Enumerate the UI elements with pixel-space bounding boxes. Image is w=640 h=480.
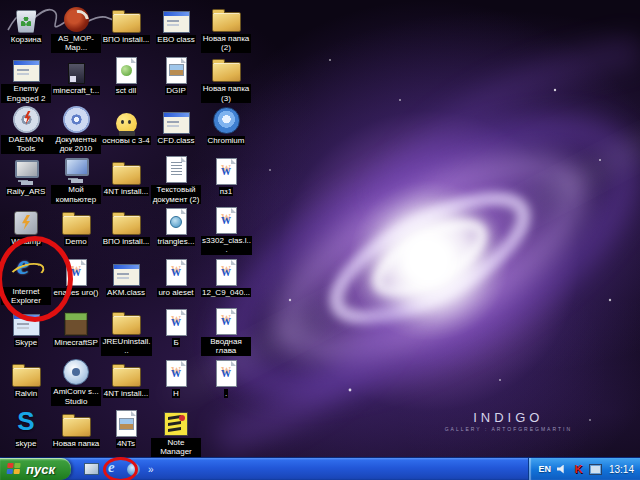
internet-explorer-quicklaunch-button[interactable]	[104, 461, 121, 478]
word-document-icon	[166, 259, 187, 286]
language-indicator[interactable]: EN	[538, 464, 551, 474]
desktop-icon[interactable]: s3302_clas.l...	[201, 204, 251, 255]
desktop-icon-label: Ralvin	[14, 389, 38, 398]
quicklaunch-overflow-chevron[interactable]: »	[148, 464, 154, 475]
desktop-icon[interactable]: ВПО install...	[101, 204, 151, 255]
desktop-icon-skype[interactable]: Skype	[1, 305, 51, 356]
windows-logo-icon	[5, 462, 23, 477]
desktop-icon[interactable]: Enemy Engaged 2	[1, 53, 51, 104]
app-window-icon	[163, 11, 190, 33]
antivirus-tray-button[interactable]: K	[572, 463, 585, 476]
word-document-icon	[216, 360, 237, 387]
app-window-icon	[113, 264, 140, 286]
desktop-icon[interactable]: AmiConv s... Studio	[51, 356, 101, 407]
desktop-icon-label: ВПО install...	[102, 237, 151, 246]
task-area	[160, 458, 529, 480]
desktop-icon-label: sct dll	[115, 86, 137, 95]
desktop-icon[interactable]: 4NTs	[101, 406, 151, 457]
image-document-icon	[166, 57, 187, 84]
desktop-icon[interactable]: Вводная глава	[201, 305, 251, 356]
desktop-icon-label: Мой компьютер	[51, 185, 101, 204]
desktop-icon-label: ВПО install...	[102, 35, 151, 44]
desktop-icon[interactable]: основы с 3-4	[101, 103, 151, 154]
desktop-icon[interactable]: AS_MOP-Map...	[51, 2, 101, 53]
desktop-icon-label: AKM.class	[106, 288, 146, 297]
desktop-icon-internet-explorer[interactable]: Internet Explorer	[1, 255, 51, 306]
desktop-icon[interactable]: CFD.class	[151, 103, 201, 154]
desktop-icon-label: DGIP	[165, 86, 187, 95]
internet-explorer-icon	[105, 462, 120, 477]
start-button[interactable]: пуск	[0, 458, 71, 480]
desktop-icon[interactable]: JREUninstall...	[101, 305, 151, 356]
folder-icon	[62, 215, 91, 235]
skype-icon	[17, 406, 34, 437]
desktop-icon[interactable]: Н	[151, 356, 201, 407]
word-document-icon	[216, 308, 237, 335]
desktop-icon-label: AS_MOP-Map...	[51, 34, 101, 53]
desktop-icon[interactable]: Demo	[51, 204, 101, 255]
clock[interactable]: 13:14	[609, 464, 634, 475]
desktop-icon-label: DAEMON Tools	[1, 135, 51, 154]
desktop-icon-skype-app[interactable]: skype	[1, 406, 51, 457]
desktop-icon-recycle-bin[interactable]: Корзина	[1, 2, 51, 53]
desktop-icon-label: Н	[172, 389, 180, 398]
desktop-icon-label: Новая папка	[52, 439, 101, 448]
desktop-icon[interactable]: 4NT install...	[101, 154, 151, 205]
desktop-icon-my-computer[interactable]: Мой компьютер	[51, 154, 101, 205]
word-document-icon	[216, 158, 237, 185]
folder-icon	[12, 367, 41, 387]
system-tray: EN K 13:14	[528, 458, 640, 480]
desktop-icon-label: EBO class	[156, 35, 195, 44]
note-manager-icon	[164, 412, 188, 436]
desktop-icon-note-manager[interactable]: Note Manager	[151, 406, 201, 457]
desktop-icon-label: CFD.class	[157, 136, 196, 145]
desktop-icon-minecraft[interactable]: MinecraftSP	[51, 305, 101, 356]
desktop-icon[interactable]: 12_C9_040...	[201, 255, 251, 306]
desktop-icon-daemon-tools[interactable]: DAEMON Tools	[1, 103, 51, 154]
desktop-icon[interactable]: triangles...	[151, 204, 201, 255]
show-desktop-icon	[84, 463, 99, 475]
desktop-icon-label: Skype	[14, 338, 38, 347]
desktop-icon[interactable]: Б	[151, 305, 201, 356]
desktop-icon[interactable]: Ralvin	[1, 356, 51, 407]
desktop-icon-label: 4NT install...	[103, 187, 149, 196]
desktop-icon[interactable]: EBO class	[151, 2, 201, 53]
desktop-icon-winamp[interactable]: Winamp	[1, 204, 51, 255]
volume-tray-button[interactable]	[555, 463, 568, 476]
desktop-icon-label: Корзина	[10, 35, 42, 44]
desktop-icon[interactable]: DGIP	[151, 53, 201, 104]
desktop-icon-label: основы с 3-4	[101, 136, 150, 145]
desktop-icon-grid: Корзина AS_MOP-Map... ВПО install... EBO…	[1, 2, 253, 457]
desktop-icon[interactable]: Новая папка (3)	[201, 53, 251, 104]
taskbar: пуск » EN K 13:14	[0, 457, 640, 480]
desktop-icon-label: Demo	[64, 237, 87, 246]
show-desktop-button[interactable]	[83, 461, 100, 478]
desktop-icon[interactable]: sct dll	[101, 53, 151, 104]
desktop-icon[interactable]: Новая папка	[51, 406, 101, 457]
volume-icon	[557, 465, 566, 474]
desktop-icon[interactable]: 4NT install...	[101, 356, 151, 407]
desktop-icon-chromium[interactable]: Chromium	[201, 103, 251, 154]
desktop-icon[interactable]: Документы док 2010	[51, 103, 101, 154]
app-logo-icon	[64, 7, 89, 32]
desktop-icon-label: Note Manager	[151, 438, 201, 457]
desktop-icon[interactable]: ВПО install...	[101, 2, 151, 53]
desktop-icon-label: enaties uro()	[53, 288, 100, 297]
desktop-icon[interactable]: Текстовый документ (2)	[151, 154, 201, 205]
desktop-icon[interactable]: Rally_ARS	[1, 154, 51, 205]
desktop-icon[interactable]: пз1	[201, 154, 251, 205]
desktop-icon[interactable]: minecraft_t...	[51, 53, 101, 104]
wallpaper-caption: INDIGO GALLERY : ARTOFGREGMARTIN	[445, 410, 572, 432]
internet-explorer-icon	[11, 255, 41, 285]
desktop-icon[interactable]: enaties uro()	[51, 255, 101, 306]
word-document-icon	[166, 309, 187, 336]
desktop-icon[interactable]: .	[201, 356, 251, 407]
desktop-icon-label: .	[224, 389, 228, 398]
media-player-quicklaunch-button[interactable]	[125, 461, 142, 478]
desktop-icon[interactable]: Новая папка (2)	[201, 2, 251, 53]
desktop-icon[interactable]: uro aleset	[151, 255, 201, 306]
cd-disc-icon	[63, 106, 90, 133]
word-document-icon	[216, 259, 237, 286]
network-tray-button[interactable]	[589, 463, 602, 476]
desktop-icon[interactable]: AKM.class	[101, 255, 151, 306]
